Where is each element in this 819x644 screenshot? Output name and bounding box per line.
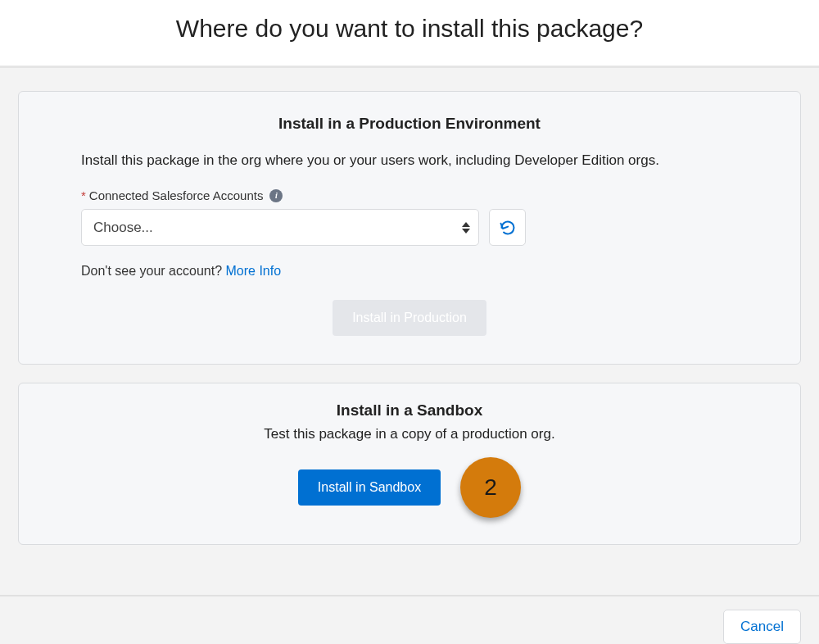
- content-area: Install in a Production Environment Inst…: [0, 68, 819, 595]
- install-production-button: Install in Production: [333, 300, 486, 336]
- account-select-row: Choose...: [81, 209, 738, 246]
- production-button-row: Install in Production: [81, 300, 738, 336]
- page-footer: Cancel: [0, 595, 819, 644]
- install-sandbox-button[interactable]: Install in Sandbox: [298, 469, 441, 506]
- required-indicator: *: [81, 188, 86, 202]
- refresh-icon: [500, 220, 516, 236]
- sandbox-card-title: Install in a Sandbox: [81, 401, 738, 420]
- refresh-accounts-button[interactable]: [489, 209, 526, 246]
- accounts-helper: Don't see your account? More Info: [81, 264, 738, 279]
- page-header: Where do you want to install this packag…: [0, 0, 819, 68]
- accounts-label-text: Connected Salesforce Accounts: [89, 188, 264, 202]
- cancel-button[interactable]: Cancel: [723, 610, 801, 644]
- production-card-desc: Install this package in the org where yo…: [81, 152, 738, 169]
- install-package-page: Where do you want to install this packag…: [0, 0, 819, 644]
- production-card: Install in a Production Environment Inst…: [18, 91, 801, 365]
- helper-text: Don't see your account?: [81, 264, 226, 278]
- sandbox-card: Install in a Sandbox Test this package i…: [18, 383, 801, 545]
- accounts-select-value: Choose...: [93, 220, 153, 236]
- info-icon[interactable]: i: [269, 189, 283, 202]
- select-arrows-icon: [462, 222, 470, 234]
- page-title: Where do you want to install this packag…: [16, 15, 803, 43]
- step-callout-badge: 2: [460, 457, 521, 518]
- accounts-field-label: * Connected Salesforce Accounts i: [81, 188, 738, 202]
- sandbox-card-desc: Test this package in a copy of a product…: [81, 426, 738, 442]
- production-card-title: Install in a Production Environment: [81, 115, 738, 133]
- more-info-link[interactable]: More Info: [226, 264, 282, 278]
- sandbox-button-row: Install in Sandbox 2: [81, 457, 738, 518]
- accounts-select[interactable]: Choose...: [81, 209, 479, 246]
